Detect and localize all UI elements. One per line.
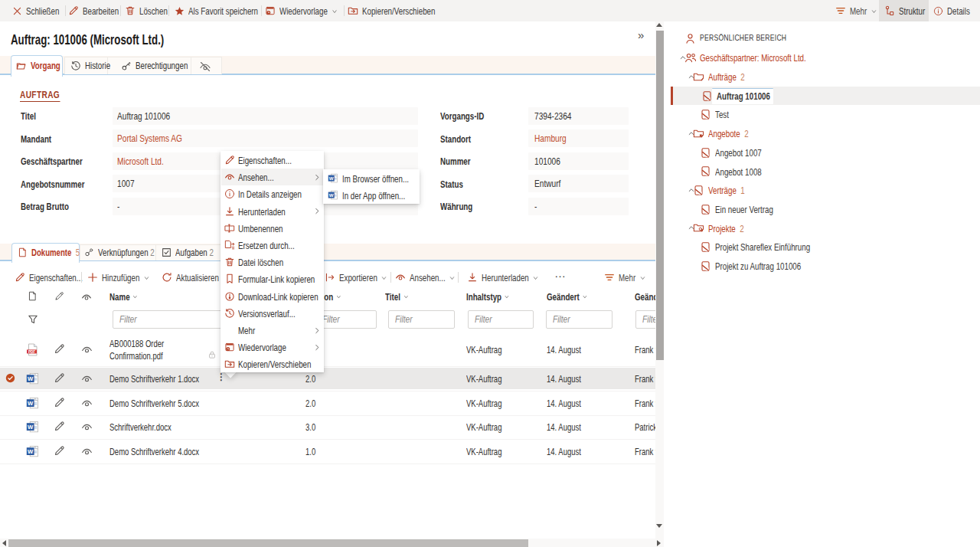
svg-text:W: W — [28, 424, 34, 431]
svg-text:W: W — [329, 192, 334, 198]
svg-text:W: W — [329, 175, 334, 180]
svg-text:W: W — [28, 400, 34, 407]
svg-text:PDF: PDF — [28, 350, 35, 354]
svg-text:W: W — [28, 375, 34, 382]
svg-text:W: W — [28, 448, 34, 455]
